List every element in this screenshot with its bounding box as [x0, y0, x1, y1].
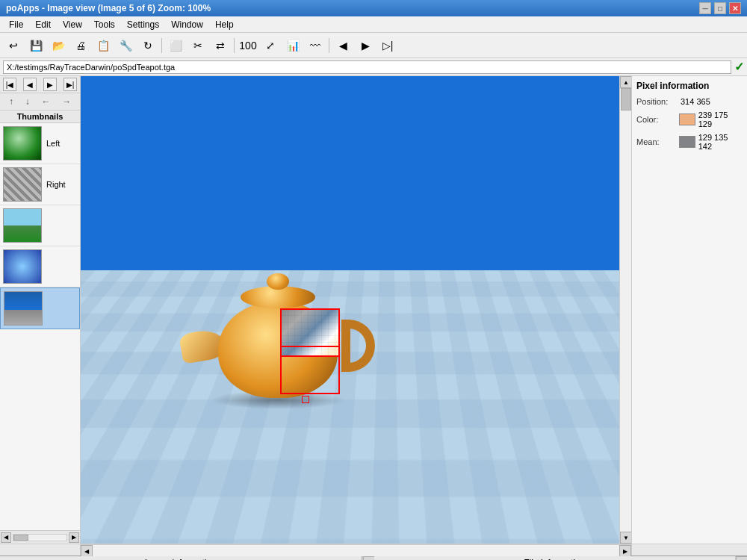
toolbar-crop-btn[interactable]: ✂ — [187, 36, 208, 55]
vscroll-track[interactable] — [620, 88, 631, 532]
thumbnail-list: Left Right — [0, 123, 80, 530]
toolbar-back-btn[interactable]: ↩ — [3, 36, 24, 55]
toolbar-tools-btn[interactable]: 🔧 — [115, 36, 136, 55]
thumbnail-image-5 — [4, 291, 43, 326]
hscroll-right-btn[interactable]: ▶ — [619, 545, 631, 557]
menu-edit[interactable]: Edit — [29, 18, 57, 31]
toolbar-zoom-fit-btn[interactable]: ⤢ — [260, 36, 281, 55]
sidebar: |◀ ◀ ▶ ▶| ↑ ↓ ← → Thumbnails Left — [0, 76, 81, 544]
info-vscroll-up[interactable]: ▲ — [363, 556, 375, 560]
pixel-info-title: Pixel information — [636, 81, 743, 91]
menu-settings[interactable]: Settings — [121, 18, 165, 31]
thumb-prev-btn[interactable]: ◀ — [23, 78, 37, 91]
menu-tools[interactable]: Tools — [88, 18, 121, 31]
sphere-preview — [4, 127, 41, 160]
image-hscrollbar[interactable]: ◀ ▶ — [81, 544, 631, 556]
toolbar-mirror-btn[interactable]: ⇄ — [210, 36, 231, 55]
minimize-button[interactable]: ─ — [699, 2, 711, 14]
thumbnail-image-4 — [3, 249, 42, 284]
sidebar-scroll-track[interactable] — [13, 534, 67, 541]
sidebar-scroll-thumb[interactable] — [13, 535, 28, 541]
thumbnail-image-3 — [3, 208, 42, 243]
toolbar-open-btn[interactable]: 📂 — [48, 36, 69, 55]
thumb-left-arrow[interactable]: ← — [40, 95, 52, 108]
zoom-selection-box — [280, 346, 340, 394]
sidebar-scroll-left[interactable]: ◀ — [1, 532, 11, 543]
thumbnail-image-1 — [3, 126, 42, 161]
maximize-button[interactable]: □ — [714, 2, 726, 14]
thumbnail-label-2: Right — [46, 180, 66, 189]
path-confirm-button[interactable]: ✓ — [734, 60, 744, 74]
thumbnail-item-5[interactable] — [0, 287, 80, 329]
thumbnail-item-4[interactable] — [0, 246, 80, 287]
thumb-up-arrow[interactable]: ↑ — [7, 95, 15, 108]
image-canvas[interactable] — [81, 76, 619, 544]
menu-view[interactable]: View — [57, 18, 88, 31]
thumbnails-label: Thumbnails — [0, 111, 80, 123]
image-info-title: Image information — [0, 556, 362, 560]
thumbnail-label-1: Left — [46, 139, 60, 148]
close-button[interactable]: ✕ — [729, 2, 741, 14]
mean-label: Mean: — [636, 137, 676, 146]
toolbar-sep-2 — [234, 38, 235, 53]
toolbar-play-btn[interactable]: ▶ — [355, 36, 376, 55]
image-info-panel: Image information Width 512 Height 512 P… — [0, 556, 362, 560]
toolbar-save-btn[interactable]: 💾 — [25, 36, 46, 55]
titlebar: poApps - Image view (Image 5 of 6) Zoom:… — [0, 0, 747, 16]
hscroll-track[interactable] — [93, 545, 619, 556]
toolbar-histogram-btn[interactable]: 📊 — [282, 36, 303, 55]
position-row: Position: 314 365 — [636, 97, 743, 106]
thumb-right-arrow[interactable]: → — [61, 95, 72, 108]
thumb-nav: |◀ ◀ ▶ ▶| — [0, 76, 80, 93]
toolbar-rotate-btn[interactable]: ↻ — [137, 36, 158, 55]
toolbar-select-btn[interactable]: ⬜ — [165, 36, 186, 55]
color-row: Color: 239 175 129 — [636, 111, 743, 128]
thumbnail-item-3[interactable] — [0, 205, 80, 246]
sidebar-scroll-right[interactable]: ▶ — [69, 532, 79, 543]
file-info-panel: File information Filename poSpdTeapot.tg… — [374, 556, 736, 560]
vscroll-up-btn[interactable]: ▲ — [620, 76, 631, 88]
menu-help[interactable]: Help — [209, 18, 240, 31]
thumb-next-btn[interactable]: ▶ — [43, 78, 57, 91]
thumbnail-image-2 — [3, 167, 42, 202]
mean-value: 129 135 142 — [698, 133, 743, 151]
toolbar-next-btn[interactable]: ▷| — [377, 36, 398, 55]
teapot-knob — [267, 273, 289, 290]
title-text: poApps - Image view (Image 5 of 6) Zoom:… — [6, 3, 211, 13]
toolbar-print-btn[interactable]: 🖨 — [70, 36, 91, 55]
crystal-preview — [4, 250, 41, 283]
thumbnail-item-2[interactable]: Right — [0, 164, 80, 205]
toolbar: ↩ 💾 📂 🖨 📋 🔧 ↻ ⬜ ✂ ⇄ 100 ⤢ 📊 〰 ◀ ▶ ▷| — [0, 33, 747, 58]
thumbnail-item-1[interactable]: Left — [0, 123, 80, 164]
toolbar-copy-btn[interactable]: 📋 — [93, 36, 114, 55]
teapot-handle — [341, 320, 375, 372]
bottom-area: Image information Width 512 Height 512 P… — [0, 556, 747, 560]
toolbar-wave-btn[interactable]: 〰 — [305, 36, 326, 55]
hscroll-right-spacer — [631, 544, 747, 556]
vscroll-down-btn[interactable]: ▼ — [620, 532, 631, 544]
toolbar-zoom-100-btn[interactable]: 100 — [238, 36, 258, 55]
thumb-first-btn[interactable]: |◀ — [3, 78, 16, 91]
menu-window[interactable]: Window — [165, 18, 209, 31]
menu-file[interactable]: File — [3, 18, 29, 31]
position-value: 314 365 — [681, 97, 710, 106]
image-vscrollbar[interactable]: ▲ ▼ — [619, 76, 631, 544]
file-info-title: File information — [374, 556, 736, 560]
hscrollbar-container: ◀ ▶ — [0, 544, 747, 556]
file-vscroll-up[interactable]: ▲ — [736, 556, 747, 560]
sidebar-scrollbar[interactable]: ◀ ▶ — [0, 530, 80, 544]
hscroll-left-btn[interactable]: ◀ — [81, 545, 93, 557]
thumb-last-btn[interactable]: ▶| — [63, 78, 77, 91]
mean-row: Mean: 129 135 142 — [636, 133, 743, 151]
file-info-vscrollbar[interactable]: ▲ ▼ — [735, 556, 747, 560]
info-vscrollbar[interactable]: ▲ ▼ — [362, 556, 374, 560]
color-label: Color: — [636, 115, 676, 124]
color-swatch — [679, 113, 695, 125]
window-controls: ─ □ ✕ — [699, 2, 741, 14]
image-scroll-container: ▲ ▼ — [81, 76, 631, 544]
toolbar-prev-btn[interactable]: ◀ — [332, 36, 353, 55]
thumb-arrows: ↑ ↓ ← → — [0, 93, 80, 111]
vscroll-thumb[interactable] — [621, 88, 631, 111]
thumb-down-arrow[interactable]: ↓ — [24, 95, 31, 108]
path-input[interactable] — [3, 60, 731, 74]
